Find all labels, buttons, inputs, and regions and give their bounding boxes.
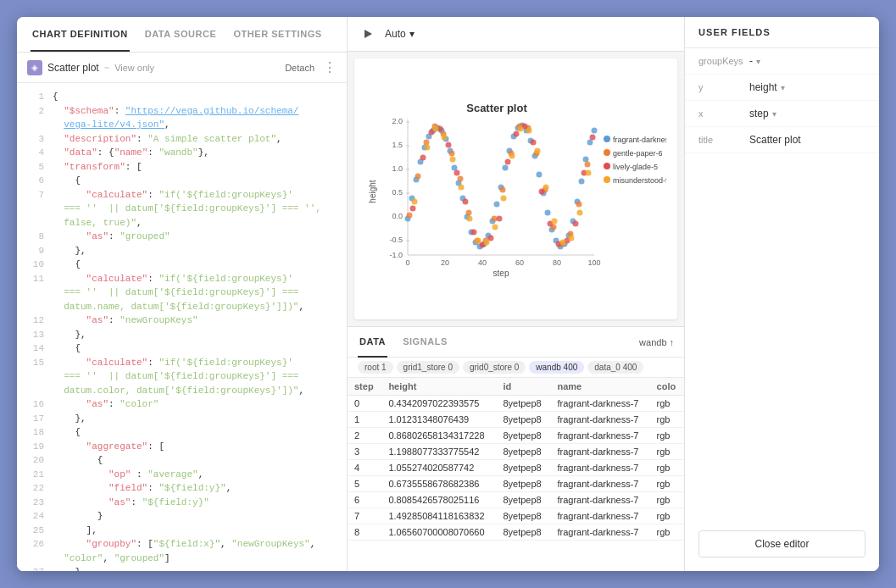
field-label: y (698, 82, 749, 92)
svg-text:0: 0 (405, 258, 409, 267)
table-row: 00.43420970223935758yetpep8fragrant-dark… (348, 396, 684, 412)
svg-point-125 (518, 125, 524, 131)
svg-point-113 (412, 198, 418, 204)
svg-point-118 (459, 184, 465, 190)
tab-signals[interactable]: SIGNALS (401, 327, 449, 358)
code-line: 25 ], (17, 524, 347, 538)
code-line: 3 "description": "A simple scatter plot"… (17, 132, 347, 147)
svg-point-129 (552, 218, 558, 224)
play-button[interactable] (358, 24, 378, 44)
auto-label: Auto (385, 28, 406, 40)
tab-chart-definition[interactable]: CHART DEFINITION (31, 17, 130, 52)
svg-text:lively-glade-5: lively-glade-5 (613, 163, 658, 171)
code-line: 21 "op" : "average", (17, 468, 347, 482)
code-line: 2 "$schema": "https://vega.github.io/sch… (17, 104, 347, 119)
svg-point-57 (545, 209, 551, 215)
source-data0[interactable]: data_0 400 (587, 361, 643, 374)
user-fields-header: USER FIELDS (685, 17, 879, 48)
code-line: === '' || datum['${field:groupKeys}'] ==… (17, 369, 347, 384)
svg-point-134 (604, 136, 610, 142)
svg-point-116 (442, 134, 448, 140)
data-table[interactable]: step height id name colo 00.434209702239… (348, 378, 684, 571)
auto-dropdown[interactable]: Auto ▾ (385, 28, 415, 40)
source-grid1[interactable]: grid1_store 0 (397, 361, 459, 374)
svg-point-70 (415, 173, 421, 179)
code-line: false, true)", (17, 216, 347, 230)
chart-area: Scatter plot 2.0 1.5 1.0 0.5 0.0 -0.5 -1… (354, 58, 677, 319)
field-row: groupKeys- ▾ (685, 48, 879, 75)
svg-point-122 (493, 224, 498, 230)
field-value[interactable]: step ▾ (749, 108, 776, 119)
table-row: 31.19880773337755428yetpep8fragrant-dark… (348, 444, 684, 460)
code-line: 13 }, (17, 328, 347, 342)
svg-point-128 (543, 184, 549, 190)
code-line: === '' || datum['${field:groupKeys}'] ==… (17, 202, 347, 216)
svg-point-131 (569, 235, 575, 241)
svg-point-121 (484, 239, 490, 245)
tab-data[interactable]: DATA (358, 327, 387, 358)
svg-point-96 (454, 169, 460, 175)
svg-point-119 (467, 215, 473, 221)
svg-point-69 (407, 212, 413, 218)
source-wandb[interactable]: wandb 400 (529, 361, 584, 374)
code-line: 9 }, (17, 244, 347, 258)
data-sources: root 1 grid1_store 0 grid0_store 0 wandb… (348, 358, 684, 378)
chart-header: ◈ Scatter plot ~ View only Detach ⋮ (17, 53, 347, 83)
tab-other-settings[interactable]: OTHER SETTINGS (231, 17, 323, 52)
code-line: 10 { (17, 258, 347, 272)
svg-point-91 (410, 205, 416, 211)
source-root[interactable]: root 1 (358, 361, 393, 374)
field-rows: groupKeys- ▾yheight ▾xstep ▾titleScatter… (685, 48, 879, 153)
field-row: titleScatter plot (685, 127, 879, 153)
close-editor-button[interactable]: Close editor (698, 530, 865, 557)
svg-point-90 (585, 161, 591, 167)
svg-text:80: 80 (553, 258, 561, 267)
table-row: 41.0552740205877428yetpep8fragrant-darkn… (348, 460, 684, 476)
svg-point-97 (463, 198, 469, 204)
field-value[interactable]: height ▾ (749, 81, 785, 93)
source-grid0[interactable]: grid0_store 0 (463, 361, 526, 374)
svg-point-103 (514, 130, 520, 136)
svg-text:20: 20 (441, 258, 449, 267)
code-line: 19 "aggregate": [ (17, 440, 347, 454)
code-line: 7 "calculate": "if('${field:groupKeys}' (17, 188, 347, 202)
svg-text:0.5: 0.5 (392, 188, 403, 197)
chart-header-left: ◈ Scatter plot ~ View only (27, 60, 154, 75)
svg-point-71 (424, 139, 430, 145)
field-row: xstep ▾ (685, 101, 879, 127)
svg-point-136 (604, 149, 610, 156)
field-value[interactable]: - ▾ (749, 55, 760, 67)
svg-point-47 (503, 164, 509, 170)
code-line: 17 }, (17, 412, 347, 426)
svg-point-114 (425, 144, 431, 150)
scatter-chart: Scatter plot 2.0 1.5 1.0 0.5 0.0 -0.5 -1… (365, 98, 666, 280)
svg-point-110 (573, 220, 579, 226)
svg-text:-0.5: -0.5 (389, 236, 403, 244)
svg-text:fragrant-darkness-7: fragrant-darkness-7 (613, 136, 666, 144)
table-row: 71.492850841181638328yetpep8fragrant-dar… (348, 508, 684, 524)
col-color: colo (650, 378, 684, 396)
svg-point-89 (576, 201, 582, 207)
svg-text:1.5: 1.5 (392, 141, 403, 149)
more-options-icon[interactable]: ⋮ (323, 59, 337, 75)
view-only-label[interactable]: View only (114, 63, 154, 73)
field-value: Scatter plot (749, 134, 801, 146)
detach-button[interactable]: Detach (285, 63, 314, 73)
table-row: 60.80854265780251168yetpep8fragrant-dark… (348, 492, 684, 508)
field-label: groupKeys (698, 56, 749, 66)
tab-data-source[interactable]: DATA SOURCE (143, 17, 219, 52)
field-label: title (698, 135, 749, 145)
svg-point-75 (458, 175, 464, 181)
dropdown-arrow-icon: ▾ (756, 57, 760, 66)
code-line: 5 "transform": [ (17, 160, 347, 175)
svg-point-124 (509, 153, 515, 158)
svg-point-35 (452, 164, 458, 170)
chart-icon: ◈ (27, 60, 42, 75)
svg-point-98 (471, 229, 477, 235)
code-line: 1{ (17, 90, 347, 104)
code-line: 4 "data": {"name": "wandb"}, (17, 146, 347, 160)
code-editor[interactable]: 1{ 2 "$schema": "https://vega.github.io/… (17, 83, 347, 571)
dropdown-arrow-icon: ▾ (772, 109, 776, 119)
col-name: name (550, 378, 649, 396)
svg-text:40: 40 (478, 258, 487, 267)
